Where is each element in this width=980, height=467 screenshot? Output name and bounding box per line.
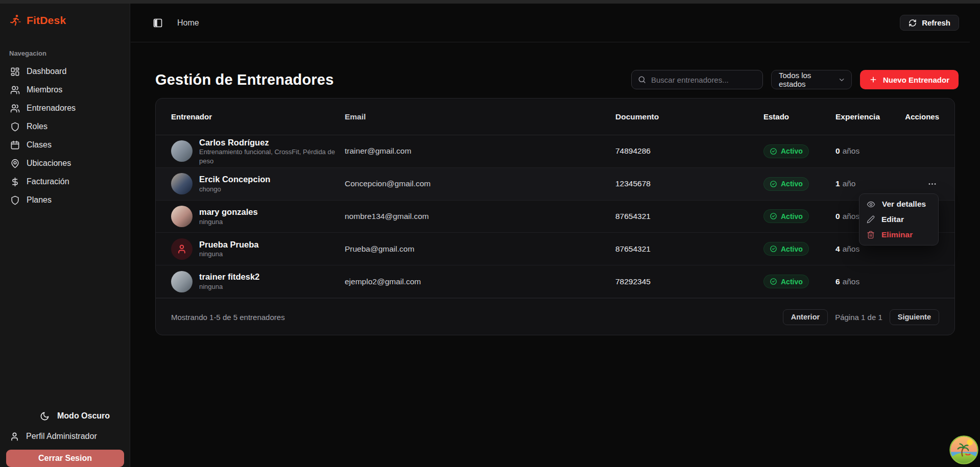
- search-icon: [638, 76, 646, 84]
- search-input[interactable]: [651, 76, 756, 84]
- trainer-name: mary gonzales: [199, 207, 258, 217]
- sidebar-item-label: Dashboard: [27, 67, 66, 76]
- table-row[interactable]: mary gonzales ninguna nombre134@gmail.co…: [156, 201, 954, 233]
- profile-link[interactable]: Perfil Administrador: [0, 427, 130, 446]
- brand-name: FitDesk: [27, 14, 66, 27]
- sidebar-toggle-button[interactable]: [153, 18, 163, 28]
- eye-icon: [867, 200, 875, 209]
- brand: FitDesk: [0, 4, 130, 27]
- column-header-experiencia: Experiencia: [835, 112, 903, 121]
- trash-icon: [867, 231, 875, 239]
- column-header-estado: Estado: [763, 112, 835, 121]
- dark-mode-toggle[interactable]: Modo Oscuro: [0, 407, 130, 425]
- trainer-document: 78292345: [615, 277, 763, 286]
- table-header-row: Entrenador Email Documento Estado Experi…: [156, 99, 954, 135]
- dark-mode-label: Modo Oscuro: [57, 411, 110, 421]
- trainer-name: trainer fitdesk2: [199, 272, 259, 282]
- table-row[interactable]: Prueba Prueba ninguna Prueba@gmail.com 8…: [156, 233, 954, 265]
- check-circle-icon: [770, 148, 777, 155]
- shield-icon: [10, 195, 20, 205]
- chevron-down-icon: [838, 76, 845, 84]
- sidebar-item-ubicaciones[interactable]: Ubicaciones: [0, 154, 130, 173]
- sidebar-item-clases[interactable]: Clases: [0, 136, 130, 154]
- main-area: Home Refresh Gestión de Entrenadores Tod…: [131, 4, 980, 467]
- status-filter-select[interactable]: Todos los estados: [771, 70, 852, 89]
- sidebar-item-label: Facturación: [27, 177, 69, 186]
- sidebar-item-planes[interactable]: Planes: [0, 191, 130, 209]
- sidebar-item-roles[interactable]: Roles: [0, 117, 130, 136]
- check-circle-icon: [770, 212, 777, 220]
- pencil-icon: [867, 215, 875, 224]
- status-badge: Activo: [763, 209, 809, 223]
- new-trainer-label: Nuevo Entrenador: [883, 76, 949, 84]
- table-footer: Mostrando 1-5 de 5 entrenadores Anterior…: [156, 298, 954, 335]
- trainer-name: Ercik Concepcion: [199, 174, 270, 185]
- trainer-email: Concepcion@gmail.com: [345, 179, 615, 188]
- runner-icon: [9, 14, 22, 27]
- prev-page-button[interactable]: Anterior: [783, 309, 828, 325]
- trainer-avatar: [171, 140, 193, 162]
- menu-item-label: Ver detalles: [882, 200, 926, 209]
- sidebar-item-entrenadores[interactable]: Entrenadores: [0, 99, 130, 117]
- status-badge: Activo: [763, 177, 809, 191]
- sidebar-item-label: Planes: [27, 195, 52, 205]
- trainer-name: Carlos Rodríguez: [199, 137, 345, 148]
- nav-section-label: Navegacion: [0, 27, 130, 62]
- trainer-specialties: Entrenamiento funcional, CrossFit, Pérdi…: [199, 148, 345, 165]
- menu-item-label: Editar: [881, 215, 904, 224]
- trainer-experience: 1año: [835, 179, 903, 188]
- sidebar-item-label: Roles: [27, 122, 47, 131]
- trainer-avatar: [171, 238, 193, 260]
- trainer-avatar: [171, 206, 193, 227]
- trainer-specialties: ninguna: [199, 282, 259, 291]
- new-trainer-button[interactable]: Nuevo Entrenador: [860, 70, 959, 89]
- breadcrumb[interactable]: Home: [177, 18, 199, 28]
- menu-item-ver-detalles[interactable]: Ver detalles: [862, 196, 936, 212]
- dollar-icon: [10, 177, 20, 187]
- status-filter-value: Todos los estados: [779, 71, 838, 88]
- table-row[interactable]: Ercik Concepcion chongo Concepcion@gmail…: [156, 168, 954, 201]
- trainer-name: Prueba Prueba: [199, 239, 258, 250]
- user-icon: [177, 244, 187, 254]
- refresh-label: Refresh: [922, 18, 950, 27]
- panel-left-icon: [153, 18, 163, 28]
- profile-label: Perfil Administrador: [26, 432, 97, 441]
- column-header-entrenador: Entrenador: [156, 112, 345, 121]
- sidebar-item-dashboard[interactable]: Dashboard: [0, 62, 130, 81]
- trainers-table-card: Entrenador Email Documento Estado Experi…: [155, 98, 955, 335]
- topbar: Home Refresh: [131, 4, 970, 42]
- table-row[interactable]: Carlos Rodríguez Entrenamiento funcional…: [156, 135, 954, 168]
- menu-item-editar[interactable]: Editar: [862, 212, 936, 227]
- users-icon: [10, 85, 20, 95]
- app-root: FitDesk Navegacion Dashboard Miembros En…: [0, 0, 980, 467]
- next-page-button[interactable]: Siguiente: [890, 309, 939, 325]
- menu-item-eliminar[interactable]: Eliminar: [862, 227, 936, 242]
- users-icon: [10, 104, 20, 113]
- table-row[interactable]: trainer fitdesk2 ninguna ejemplo2@gmail.…: [156, 265, 954, 298]
- logout-button[interactable]: Cerrar Sesion: [6, 450, 124, 467]
- trainer-email: nombre134@gmail.com: [345, 212, 615, 221]
- trainer-avatar: [171, 271, 193, 292]
- page-info: Página 1 de 1: [835, 313, 882, 322]
- table-body: Carlos Rodríguez Entrenamiento funcional…: [156, 135, 954, 298]
- refresh-icon: [909, 19, 917, 27]
- sidebar: FitDesk Navegacion Dashboard Miembros En…: [0, 4, 130, 467]
- status-badge: Activo: [763, 242, 809, 256]
- trainer-experience: 4años: [835, 244, 903, 254]
- tropical-island-widget[interactable]: [949, 435, 979, 465]
- sidebar-item-facturacion[interactable]: Facturación: [0, 173, 130, 191]
- map-pin-icon: [10, 159, 20, 168]
- trainer-document: 12345678: [615, 179, 763, 188]
- trainer-specialties: ninguna: [199, 250, 258, 259]
- plus-icon: [869, 76, 877, 84]
- search-box: [631, 70, 763, 89]
- trainer-specialties: ninguna: [199, 217, 258, 227]
- moon-icon: [40, 411, 50, 421]
- refresh-button[interactable]: Refresh: [900, 15, 959, 31]
- sidebar-item-miembros[interactable]: Miembros: [0, 81, 130, 99]
- check-circle-icon: [770, 278, 777, 285]
- row-actions-button[interactable]: [925, 177, 939, 191]
- trainer-email: Prueba@gmail.com: [345, 244, 615, 254]
- column-header-email: Email: [345, 112, 615, 121]
- page-title: Gestión de Entrenadores: [155, 71, 333, 88]
